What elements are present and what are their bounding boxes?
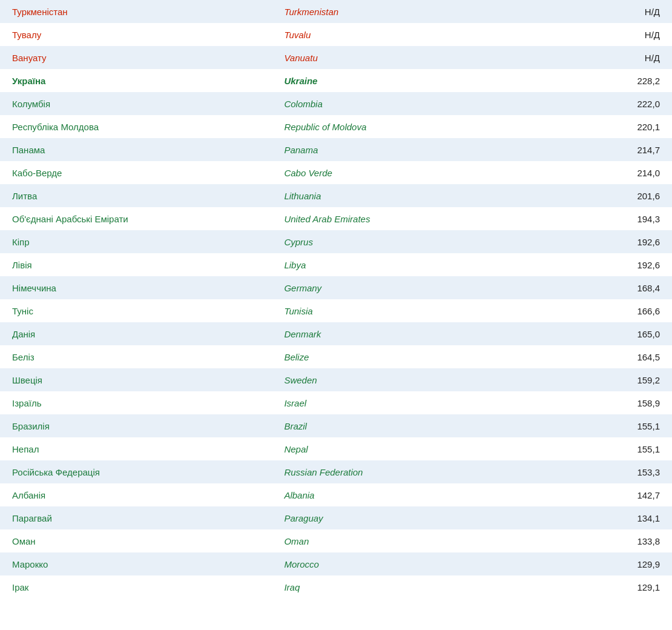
country-value: 134,1 <box>562 513 660 523</box>
country-name-ukr: Республіка Молдова <box>12 122 284 132</box>
country-name-ukr: Швеція <box>12 375 284 385</box>
country-name-ukr: Туніс <box>12 306 284 316</box>
country-value: 228,2 <box>562 76 660 86</box>
country-value: 159,2 <box>562 375 660 385</box>
country-value: 214,7 <box>562 145 660 155</box>
country-name-eng: Vanuatu <box>284 53 562 63</box>
table-row: Кіпр Cyprus 192,6 <box>0 230 672 253</box>
country-name-ukr: Колумбія <box>12 99 284 109</box>
country-value: Н/Д <box>562 30 660 40</box>
country-name-eng: Russian Federation <box>284 467 562 477</box>
country-name-eng: Lithuania <box>284 191 562 201</box>
country-name-ukr: Албанія <box>12 490 284 500</box>
table-row: Беліз Belize 164,5 <box>0 345 672 368</box>
country-value: 168,4 <box>562 283 660 293</box>
country-name-eng: United Arab Emirates <box>284 214 562 224</box>
country-name-ukr: Вануату <box>12 53 284 63</box>
country-name-eng: Cyprus <box>284 237 562 247</box>
table-row: Колумбія Colombia 222,0 <box>0 92 672 115</box>
country-value: 155,1 <box>562 421 660 431</box>
table-row: Німеччина Germany 168,4 <box>0 276 672 299</box>
country-value: 142,7 <box>562 490 660 500</box>
table-row: Албанія Albania 142,7 <box>0 483 672 506</box>
table-row: Швеція Sweden 159,2 <box>0 368 672 391</box>
country-name-ukr: Оман <box>12 536 284 546</box>
table-row: Туркменістан Turkmenistan Н/Д <box>0 0 672 23</box>
country-value: Н/Д <box>562 53 660 63</box>
country-name-eng: Republic of Moldova <box>284 122 562 132</box>
country-table: Туркменістан Turkmenistan Н/Д Тувалу Tuv… <box>0 0 672 598</box>
country-name-eng: Oman <box>284 536 562 546</box>
country-name-eng: Belize <box>284 352 562 362</box>
table-row: Вануату Vanuatu Н/Д <box>0 46 672 69</box>
table-row: Данія Denmark 165,0 <box>0 322 672 345</box>
table-row: Ізраїль Israel 158,9 <box>0 391 672 414</box>
country-name-ukr: Російська Федерація <box>12 467 284 477</box>
country-value: 192,6 <box>562 237 660 247</box>
country-value: 129,9 <box>562 559 660 569</box>
country-name-ukr: Кіпр <box>12 237 284 247</box>
table-row: Панама Panama 214,7 <box>0 138 672 161</box>
country-name-eng: Morocco <box>284 559 562 569</box>
country-name-ukr: Туркменістан <box>12 7 284 17</box>
table-row: Марокко Morocco 129,9 <box>0 552 672 575</box>
country-name-eng: Paraguay <box>284 513 562 523</box>
country-value: 155,1 <box>562 444 660 454</box>
country-name-ukr: Марокко <box>12 559 284 569</box>
country-name-ukr: Лівія <box>12 260 284 270</box>
table-row: Туніс Tunisia 166,6 <box>0 299 672 322</box>
table-row: Парагвай Paraguay 134,1 <box>0 506 672 529</box>
country-value: Н/Д <box>562 7 660 17</box>
country-value: 192,6 <box>562 260 660 270</box>
country-name-eng: Brazil <box>284 421 562 431</box>
table-row: Російська Федерація Russian Federation 1… <box>0 460 672 483</box>
country-name-eng: Ukraine <box>284 76 562 86</box>
table-row: Кабо-Верде Cabo Verde 214,0 <box>0 161 672 184</box>
country-name-eng: Tunisia <box>284 306 562 316</box>
table-row: Оман Oman 133,8 <box>0 529 672 552</box>
country-name-eng: Libya <box>284 260 562 270</box>
country-name-eng: Denmark <box>284 329 562 339</box>
country-value: 158,9 <box>562 398 660 408</box>
table-row: Бразилія Brazil 155,1 <box>0 414 672 437</box>
country-name-ukr: Ізраїль <box>12 398 284 408</box>
country-value: 220,1 <box>562 122 660 132</box>
country-value: 164,5 <box>562 352 660 362</box>
country-name-ukr: Об'єднані Арабські Емірати <box>12 214 284 224</box>
country-name-ukr: Німеччина <box>12 283 284 293</box>
country-name-eng: Turkmenistan <box>284 7 562 17</box>
country-value: 153,3 <box>562 467 660 477</box>
country-value: 165,0 <box>562 329 660 339</box>
country-value: 133,8 <box>562 536 660 546</box>
country-name-ukr: Тувалу <box>12 30 284 40</box>
country-name-eng: Cabo Verde <box>284 168 562 178</box>
country-name-eng: Iraq <box>284 582 562 592</box>
country-name-ukr: Панама <box>12 145 284 155</box>
country-value: 129,1 <box>562 582 660 592</box>
country-name-eng: Nepal <box>284 444 562 454</box>
country-name-eng: Panama <box>284 145 562 155</box>
country-value: 214,0 <box>562 168 660 178</box>
country-name-ukr: Парагвай <box>12 513 284 523</box>
table-row: Ірак Iraq 129,1 <box>0 575 672 598</box>
country-name-eng: Israel <box>284 398 562 408</box>
country-value: 222,0 <box>562 99 660 109</box>
country-value: 166,6 <box>562 306 660 316</box>
country-name-ukr: Литва <box>12 191 284 201</box>
country-name-eng: Colombia <box>284 99 562 109</box>
table-row: Республіка Молдова Republic of Moldova 2… <box>0 115 672 138</box>
country-name-eng: Germany <box>284 283 562 293</box>
table-row: Тувалу Tuvalu Н/Д <box>0 23 672 46</box>
table-row: Україна Ukraine 228,2 <box>0 69 672 92</box>
table-row: Литва Lithuania 201,6 <box>0 184 672 207</box>
country-name-ukr: Бразилія <box>12 421 284 431</box>
table-row: Об'єднані Арабські Емірати United Arab E… <box>0 207 672 230</box>
country-name-eng: Sweden <box>284 375 562 385</box>
country-name-ukr: Україна <box>12 76 284 86</box>
country-name-ukr: Данія <box>12 329 284 339</box>
table-row: Лівія Libya 192,6 <box>0 253 672 276</box>
country-name-ukr: Кабо-Верде <box>12 168 284 178</box>
country-name-eng: Albania <box>284 490 562 500</box>
table-row: Непал Nepal 155,1 <box>0 437 672 460</box>
country-value: 201,6 <box>562 191 660 201</box>
